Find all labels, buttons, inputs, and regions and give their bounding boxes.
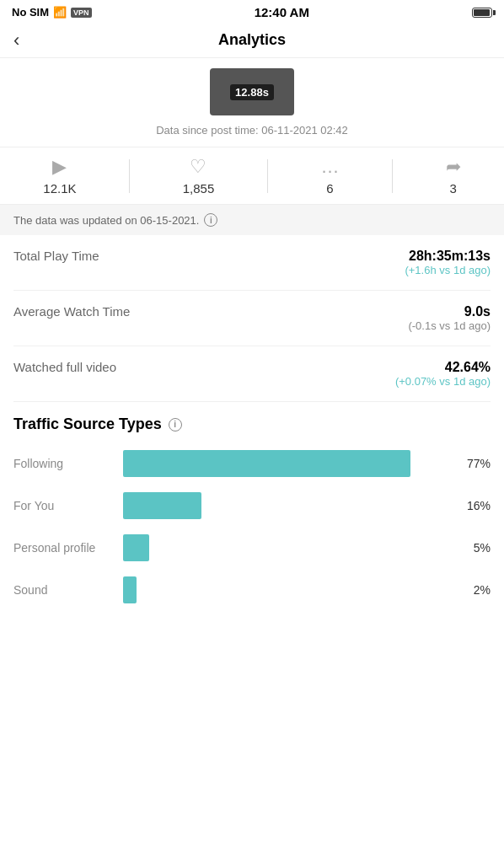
likes-icon: ♡ bbox=[190, 156, 206, 178]
likes-value: 1,855 bbox=[183, 181, 215, 196]
metric-change-watched-full: (+0.07% vs 1d ago) bbox=[395, 375, 491, 388]
comments-icon: … bbox=[320, 156, 339, 178]
bar-row-foryou: For You 16% bbox=[13, 492, 491, 519]
update-banner-text: The data was updated on 06-15-2021. bbox=[13, 214, 199, 227]
video-duration-badge: 12.88s bbox=[230, 84, 274, 100]
stat-divider-3 bbox=[392, 159, 393, 193]
metric-change-total-play-time: (+1.6h vs 1d ago) bbox=[405, 264, 491, 276]
carrier-label: No SIM bbox=[12, 6, 49, 19]
video-thumbnail[interactable]: 12.88s bbox=[210, 68, 294, 115]
bar-fill-personal bbox=[123, 534, 149, 561]
comments-value: 6 bbox=[326, 181, 333, 196]
bar-container-sound bbox=[123, 576, 450, 603]
metric-watched-full: Watched full video 42.64% (+0.07% vs 1d … bbox=[13, 346, 491, 402]
metric-avg-watch-time: Average Watch Time 9.0s (-0.1s vs 1d ago… bbox=[13, 291, 491, 346]
stat-plays: ▶ 12.1K bbox=[43, 156, 76, 196]
stat-likes: ♡ 1,855 bbox=[183, 156, 215, 196]
update-banner: The data was updated on 06-15-2021. i bbox=[0, 205, 504, 235]
metric-main-watched-full: 42.64% bbox=[445, 360, 491, 374]
bar-row-personal: Personal profile 5% bbox=[13, 534, 491, 561]
nav-header: ‹ Analytics bbox=[0, 23, 504, 58]
stats-row: ▶ 12.1K ♡ 1,855 … 6 ➦ 3 bbox=[0, 147, 504, 205]
status-left: No SIM 📶 VPN bbox=[12, 6, 92, 19]
shares-icon: ➦ bbox=[446, 156, 461, 178]
wifi-icon: 📶 bbox=[53, 6, 67, 19]
post-time-label: Data since post time: 06-11-2021 02:42 bbox=[0, 121, 504, 147]
metric-value-watched-full: 42.64% (+0.07% vs 1d ago) bbox=[395, 360, 491, 388]
metric-main-total-play-time: 28h:35m:13s bbox=[409, 249, 491, 263]
metric-value-total-play-time: 28h:35m:13s (+1.6h vs 1d ago) bbox=[405, 249, 491, 276]
bar-pct-personal: 5% bbox=[457, 541, 491, 555]
battery-icon bbox=[472, 8, 492, 18]
bar-pct-sound: 2% bbox=[457, 583, 491, 597]
plays-value: 12.1K bbox=[43, 181, 76, 196]
bar-row-following: Following 77% bbox=[13, 450, 491, 477]
bar-fill-following bbox=[123, 450, 410, 477]
metric-label-total-play-time: Total Play Time bbox=[13, 249, 405, 263]
traffic-info-icon[interactable]: i bbox=[169, 418, 182, 432]
metric-main-avg-watch-time: 9.0s bbox=[464, 304, 491, 319]
bar-label-foryou: For You bbox=[13, 499, 123, 512]
bar-fill-foryou bbox=[123, 492, 201, 519]
metric-label-avg-watch-time: Average Watch Time bbox=[13, 304, 408, 319]
bar-container-foryou bbox=[123, 492, 450, 519]
plays-icon: ▶ bbox=[52, 156, 67, 178]
metric-value-avg-watch-time: 9.0s (-0.1s vs 1d ago) bbox=[408, 304, 491, 332]
stat-comments: … 6 bbox=[320, 156, 339, 196]
metric-change-avg-watch-time: (-0.1s vs 1d ago) bbox=[408, 319, 491, 332]
stat-shares: ➦ 3 bbox=[446, 156, 461, 196]
bar-row-sound: Sound 2% bbox=[13, 576, 491, 603]
update-info-icon[interactable]: i bbox=[204, 213, 217, 227]
bar-pct-following: 77% bbox=[457, 457, 491, 470]
status-time: 12:40 AM bbox=[255, 5, 309, 19]
traffic-source-title: Traffic Source Types bbox=[13, 415, 162, 433]
vpn-badge: VPN bbox=[71, 8, 92, 18]
stat-divider-2 bbox=[267, 159, 268, 193]
bar-fill-sound bbox=[123, 576, 137, 603]
metric-total-play-time: Total Play Time 28h:35m:13s (+1.6h vs 1d… bbox=[13, 235, 491, 291]
bar-container-following bbox=[123, 450, 450, 477]
page-title: Analytics bbox=[218, 31, 286, 49]
shares-value: 3 bbox=[449, 181, 456, 196]
traffic-source-section: Traffic Source Types i Following 77% For… bbox=[0, 402, 504, 603]
status-bar: No SIM 📶 VPN 12:40 AM bbox=[0, 0, 504, 23]
back-button[interactable]: ‹ bbox=[13, 29, 19, 51]
bar-container-personal bbox=[123, 534, 450, 561]
traffic-title-row: Traffic Source Types i bbox=[13, 415, 491, 433]
bar-label-following: Following bbox=[13, 457, 123, 470]
bar-pct-foryou: 16% bbox=[457, 499, 491, 512]
bar-label-personal: Personal profile bbox=[13, 541, 123, 555]
bar-label-sound: Sound bbox=[13, 583, 123, 597]
video-thumbnail-area: 12.88s bbox=[0, 58, 504, 121]
metric-label-watched-full: Watched full video bbox=[13, 360, 395, 374]
stat-divider-1 bbox=[129, 159, 130, 193]
metrics-section: Total Play Time 28h:35m:13s (+1.6h vs 1d… bbox=[0, 235, 504, 402]
